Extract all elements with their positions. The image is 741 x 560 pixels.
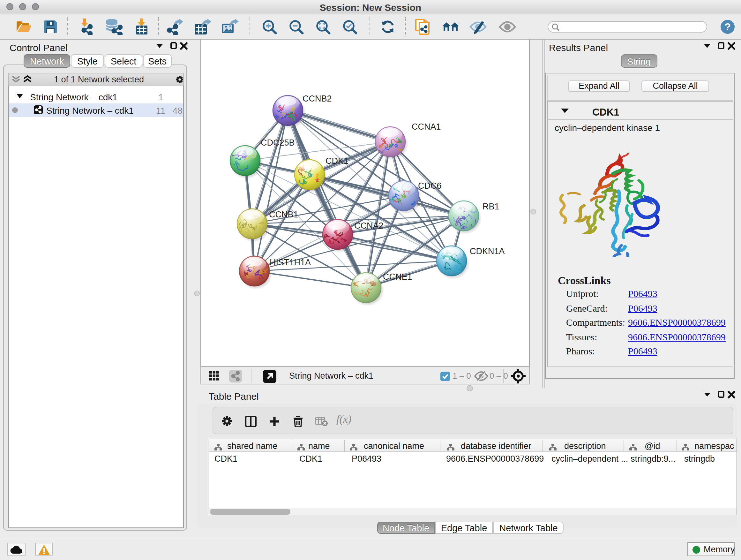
svg-text:CDC25B: CDC25B <box>261 138 295 147</box>
svg-text:CCNB1: CCNB1 <box>269 210 298 219</box>
svg-text:CCNE1: CCNE1 <box>383 272 412 282</box>
svg-text:CCNB2: CCNB2 <box>302 94 332 104</box>
svg-text:CDC6: CDC6 <box>418 181 442 191</box>
svg-text:CCNA1: CCNA1 <box>412 122 441 132</box>
svg-text:HIST1H1A: HIST1H1A <box>270 258 311 267</box>
svg-text:CDK1: CDK1 <box>326 156 348 166</box>
svg-text:?: ? <box>724 21 731 33</box>
svg-text:RB1: RB1 <box>482 202 499 211</box>
svg-text:CCNA2: CCNA2 <box>354 221 384 231</box>
svg-text:CDKN1A: CDKN1A <box>470 246 505 256</box>
